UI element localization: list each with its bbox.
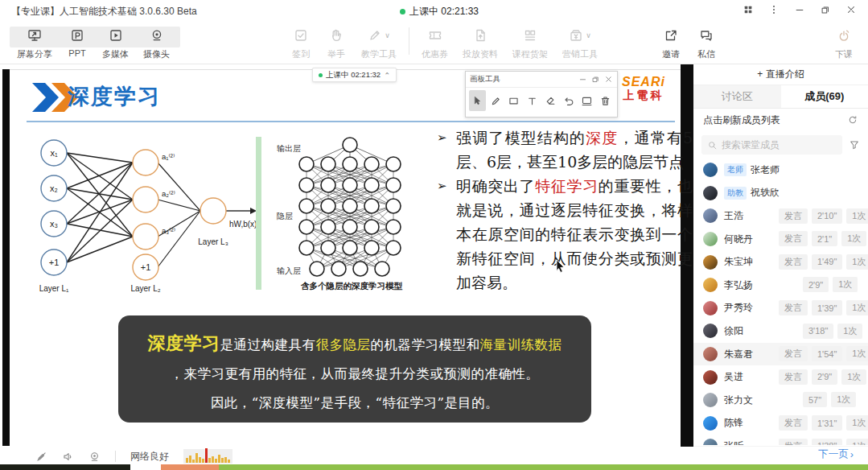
refresh-icon[interactable] (847, 114, 858, 126)
refresh-hint: 点击刷新成员列表 (703, 113, 780, 127)
histogram-bar (208, 458, 211, 463)
rect-tool-tool[interactable] (506, 90, 523, 111)
marketing-button[interactable]: ∨营销工具 (555, 25, 605, 60)
marketing-button-label: 营销工具 (562, 48, 598, 60)
refresh-members-row[interactable]: 点击刷新成员列表 (693, 109, 868, 131)
materials-button[interactable]: 投放资料 (455, 25, 505, 60)
definition-line: 深度学习是通过构建具有很多隐层的机器学习模型和海量训练数据 (136, 328, 574, 360)
board-minimize-button[interactable] (578, 75, 587, 84)
ppt-button[interactable]: PPT (60, 25, 95, 58)
count-badge: 1次 (841, 231, 866, 246)
invite-button[interactable]: 邀请 (653, 25, 689, 60)
member-search-input[interactable] (722, 139, 837, 150)
message-button[interactable]: 私信 (689, 25, 724, 60)
count-badge: 1次 (846, 254, 868, 270)
apps-grid-button[interactable] (738, 2, 759, 18)
pagination-row: 下一页 › (693, 446, 868, 462)
select-tool[interactable] (469, 90, 486, 111)
member-row[interactable]: 李弘扬2'9"1次 (693, 274, 868, 297)
member-row[interactable]: 王浩发言2'10"1次 (693, 204, 868, 228)
member-row[interactable]: 助教祝轶欣 (693, 182, 868, 205)
camera-icon (150, 25, 164, 46)
slide-title: 深度学习 (68, 82, 161, 111)
speak-badge[interactable]: 发言 (779, 300, 808, 315)
board-clear-tool[interactable] (579, 90, 596, 111)
member-row[interactable]: 老师张老师 (693, 159, 868, 182)
member-name: 朱宝坤 (724, 255, 753, 269)
member-row[interactable]: 张力文57"1次 (693, 389, 868, 412)
pen-muted-icon[interactable] (35, 451, 47, 463)
histogram-bar (192, 460, 195, 463)
member-row[interactable]: 何晓丹发言2'1"1次 (693, 228, 868, 251)
speak-badge[interactable]: 发言 (779, 231, 808, 246)
member-row[interactable]: 朱宝坤发言1'49"1次 (693, 250, 868, 274)
histogram-bar (202, 459, 204, 463)
histogram-bar (221, 458, 224, 463)
minimize-button[interactable] (789, 2, 810, 18)
sidebar-tabs: 讨论区成员(69) (693, 85, 868, 109)
raise-hand-button-label: 举手 (327, 48, 345, 60)
text-tool-tool[interactable] (524, 90, 541, 111)
tab-discussion[interactable]: 讨论区 (693, 85, 781, 108)
eraser-tool[interactable] (542, 90, 559, 111)
histogram-bar (224, 457, 227, 463)
checkin-button[interactable]: 签到 (283, 25, 319, 60)
speak-badge[interactable]: 发言 (779, 208, 808, 224)
raise-hand-button[interactable]: 举手 (319, 25, 354, 60)
speak-badge[interactable]: 发言 (779, 254, 808, 270)
live-intro-link[interactable]: + 直播介绍 (693, 64, 868, 85)
tab-members[interactable]: 成员(69) (781, 85, 868, 108)
search-icon (707, 140, 718, 150)
screen-share-icon (27, 25, 42, 46)
floating-timer[interactable]: 上课中 02:21:32 ⌃ (312, 68, 397, 82)
whiteboard-panel-header: 画板工具 (466, 72, 617, 88)
speak-badge[interactable]: 发言 (779, 346, 808, 361)
coupon-button[interactable]: 优惠券 (414, 25, 455, 60)
member-row[interactable]: 徐阳3'18"1次 (693, 320, 868, 343)
materials-icon (473, 25, 487, 46)
member-row[interactable]: 朱嘉君发言1'54"1次 (693, 343, 868, 366)
member-row[interactable]: 陈锋发言1'31"1次 (693, 412, 868, 435)
end-class-button[interactable]: 下课 (826, 25, 862, 60)
restore-button[interactable] (815, 2, 836, 18)
filter-icon[interactable] (849, 139, 860, 150)
more-menu-button[interactable] (763, 2, 784, 18)
teach-tools-button-label: 教学工具 (361, 48, 397, 60)
speaker-icon[interactable] (62, 451, 74, 463)
close-button[interactable] (841, 2, 862, 18)
media-button[interactable]: 多媒体 (95, 25, 136, 60)
sidebar: + 直播介绍 讨论区成员(69) 点击刷新成员列表 老师张老师助教祝轶欣王浩发言… (693, 64, 868, 464)
svg-text:x₂: x₂ (50, 183, 58, 193)
chevron-up-icon[interactable]: ⌃ (384, 71, 390, 80)
member-search-box[interactable] (701, 135, 842, 155)
bullet-text: 强调了模型结构的 (456, 129, 586, 146)
speak-badge[interactable]: 发言 (779, 415, 808, 431)
screen-share-button[interactable]: 屏幕分享 (10, 25, 60, 60)
board-restore-button[interactable] (591, 75, 600, 84)
member-badges: 发言1'49"1次 (779, 254, 868, 270)
board-close-button[interactable] (604, 75, 613, 84)
class-status-text: 上课中 02:21:33 (409, 5, 479, 19)
webcam-icon[interactable] (88, 451, 101, 463)
member-row[interactable]: 吴进发言2'9"1次 (693, 365, 868, 389)
taskbar-strip-green (219, 464, 868, 470)
undo-tool[interactable] (561, 90, 578, 111)
duration-badge: 1'38" (812, 439, 842, 445)
count-badge: 1次 (846, 208, 868, 224)
pen-tool[interactable] (487, 90, 504, 111)
histogram-bar (218, 455, 220, 463)
member-row[interactable]: 张昕发言1'38"1次 (693, 435, 868, 445)
avatar (703, 278, 718, 292)
camera-button[interactable]: 摄像头 (136, 25, 177, 60)
shelf-button[interactable]: 课程货架 (505, 25, 555, 60)
speak-badge[interactable]: 发言 (779, 369, 808, 385)
next-page-link[interactable]: 下一页 › (818, 447, 854, 461)
whiteboard-panel: 画板工具 (465, 71, 618, 118)
toolbar-group: 屏幕分享PPT多媒体摄像头 (10, 25, 177, 60)
teach-tools-button[interactable]: ∨教学工具 (354, 25, 404, 60)
trash-tool[interactable] (597, 90, 614, 111)
member-name: 陈锋 (724, 416, 743, 430)
member-row[interactable]: 尹秀玲发言1'39"1次 (693, 297, 868, 320)
speak-badge[interactable]: 发言 (779, 439, 808, 445)
duration-badge: 2'9" (803, 277, 829, 292)
